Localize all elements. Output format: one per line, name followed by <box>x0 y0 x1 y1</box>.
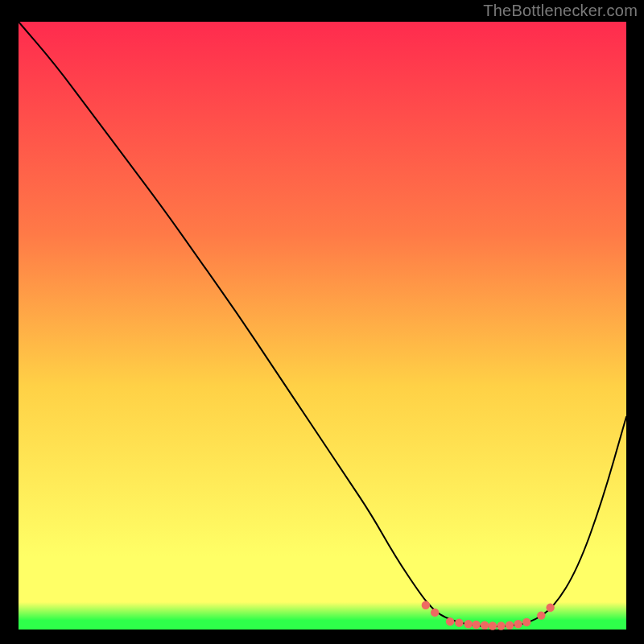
curve-marker <box>464 620 473 628</box>
curve-marker <box>497 621 505 630</box>
curve-marker <box>537 611 545 619</box>
bottleneck-chart <box>0 0 644 644</box>
curve-marker <box>472 621 480 629</box>
curve-marker <box>455 618 463 626</box>
curve-marker <box>422 601 430 609</box>
curve-marker <box>489 621 497 630</box>
curve-marker <box>506 621 514 630</box>
curve-marker <box>446 617 454 625</box>
curve-marker <box>522 618 530 626</box>
curve-marker <box>431 609 439 617</box>
curve-marker <box>546 604 554 612</box>
curve-marker <box>481 621 489 630</box>
plot-gradient-background <box>19 22 626 630</box>
curve-marker <box>514 620 522 628</box>
